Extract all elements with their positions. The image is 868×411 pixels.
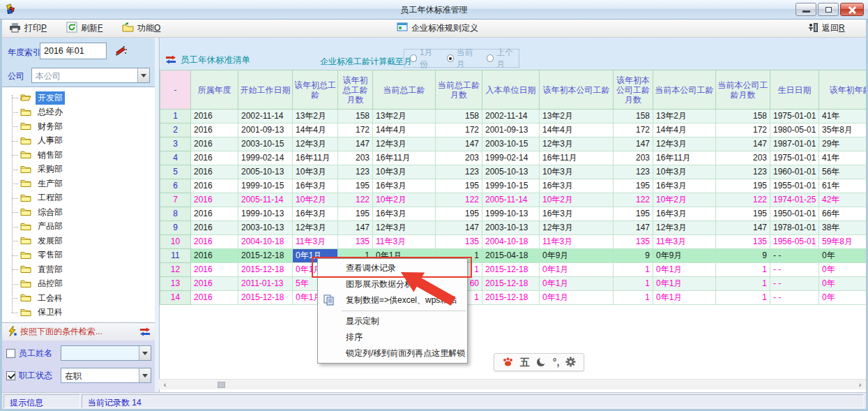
cell-该年初年龄[interactable]: 56年 xyxy=(819,165,867,179)
year-index-input[interactable] xyxy=(40,43,107,59)
cell-该年初总工龄月数[interactable]: 158 xyxy=(338,110,373,124)
filter-dropdown[interactable] xyxy=(61,345,151,361)
cell-入本单位日期[interactable]: 2015-12-18 xyxy=(482,291,540,305)
row-number-cell[interactable]: 6 xyxy=(160,179,191,193)
cell-入本单位日期[interactable]: 2015-12-18 xyxy=(482,263,540,277)
row-number-cell[interactable]: 4 xyxy=(160,151,191,165)
cell-该年初本公司工龄[interactable]: 0年1月 xyxy=(540,263,614,277)
row-number-cell[interactable]: 9 xyxy=(160,221,191,235)
cell-当前本公司工龄月数[interactable]: 172 xyxy=(716,124,770,137)
cell-当前总工龄月数[interactable]: 158 xyxy=(436,110,482,124)
cell-该年初年龄[interactable]: 42年 xyxy=(819,193,867,207)
cell-当前总工龄[interactable]: 10年2月 xyxy=(373,193,436,207)
tree-item-综合部[interactable]: 综合部 xyxy=(2,205,155,220)
cell-该年初总工龄[interactable]: 16年3月 xyxy=(293,179,338,193)
cell-当前本公司工龄[interactable]: 16年11月 xyxy=(653,151,716,165)
cell-该年初本公司工龄月数[interactable]: 172 xyxy=(614,124,653,137)
cell-入本单位日期[interactable]: 1999-10-15 xyxy=(482,179,540,193)
cell-该年初本公司工龄月数[interactable]: 195 xyxy=(614,179,653,193)
cell-该年初总工龄[interactable]: 12年3月 xyxy=(293,221,338,235)
cell-当前本公司工龄[interactable]: 10年3月 xyxy=(653,165,716,179)
column-header-该年初本公司工龄[interactable]: 该年初本公司工龄 xyxy=(540,70,614,110)
cell-该年初总工龄[interactable]: 13年2月 xyxy=(293,110,338,124)
cell-当前本公司工龄月数[interactable]: 9 xyxy=(716,249,770,263)
chevron-down-icon[interactable] xyxy=(139,346,151,360)
cell-当前总工龄[interactable]: 14年4月 xyxy=(373,124,436,137)
cell-该年初年龄[interactable]: 0年 xyxy=(819,249,867,263)
cell-生日日期[interactable]: 1978-01-01 xyxy=(770,221,819,235)
cell-当前总工龄[interactable]: 13年2月 xyxy=(373,110,436,124)
cell-该年初本公司工龄月数[interactable]: 9 xyxy=(614,249,653,263)
cell-该年初总工龄[interactable]: 16年11月 xyxy=(293,151,338,165)
cell-当前本公司工龄月数[interactable]: 1 xyxy=(716,263,770,277)
cell-入本单位日期[interactable]: 1999-02-14 xyxy=(482,151,540,165)
paw-icon[interactable] xyxy=(502,357,514,368)
cell-当前总工龄[interactable]: 11年3月 xyxy=(373,235,436,249)
cell-开始工作日期[interactable]: 2005-11-14 xyxy=(238,193,293,207)
column-header-该年初总工龄月数[interactable]: 该年初总工龄月数 xyxy=(338,70,373,110)
cell-该年初总工龄月数[interactable]: 203 xyxy=(338,151,373,165)
cell-入本单位日期[interactable]: 2005-11-14 xyxy=(482,193,540,207)
cell-入本单位日期[interactable]: 2015-04-18 xyxy=(482,249,540,263)
cell-该年初年龄[interactable]: 0年 xyxy=(819,291,867,305)
cell-当前本公司工龄[interactable]: 12年3月 xyxy=(653,221,716,235)
cell-当前总工龄月数[interactable]: 195 xyxy=(436,179,482,193)
cell-该年初年龄[interactable]: 29年 xyxy=(819,137,867,151)
cell-所属年度[interactable]: 2016 xyxy=(191,249,238,263)
swap-arrows-icon[interactable] xyxy=(139,327,151,338)
cell-所属年度[interactable]: 2016 xyxy=(191,179,238,193)
cell-当前本公司工龄[interactable]: 10年2月 xyxy=(653,193,716,207)
cell-该年初本公司工龄月数[interactable]: 158 xyxy=(614,110,653,124)
cell-当前本公司工龄[interactable]: 0年9月 xyxy=(653,249,716,263)
cell-该年初年龄[interactable]: 41年 xyxy=(819,110,867,124)
cell-所属年度[interactable]: 2016 xyxy=(191,110,238,124)
cell-该年初本公司工龄[interactable]: 0年1月 xyxy=(540,277,614,291)
column-header-开始工作日期[interactable]: 开始工作日期 xyxy=(238,70,293,110)
column-header-rownum[interactable]: - xyxy=(160,70,191,110)
cell-开始工作日期[interactable]: 2003-10-15 xyxy=(238,137,293,151)
cell-当前本公司工龄[interactable]: 16年3月 xyxy=(653,207,716,221)
cell-该年初总工龄[interactable]: 14年4月 xyxy=(293,124,338,137)
filter-dropdown[interactable]: 在职 xyxy=(61,368,151,383)
cell-生日日期[interactable]: - - xyxy=(770,263,819,277)
cell-所属年度[interactable]: 2016 xyxy=(191,124,238,137)
cell-当前本公司工龄月数[interactable]: 122 xyxy=(716,193,770,207)
cell-入本单位日期[interactable]: 2003-10-13 xyxy=(482,221,540,235)
cell-开始工作日期[interactable]: 2015-12-18 xyxy=(238,291,293,305)
row-number-cell[interactable]: 8 xyxy=(160,207,191,221)
ime-text-item[interactable]: 五 xyxy=(520,357,530,367)
scroll-left-icon[interactable]: ‹ xyxy=(160,380,169,389)
cell-开始工作日期[interactable]: 2002-11-14 xyxy=(238,110,293,124)
column-header-当前本公司工龄[interactable]: 当前本公司工龄 xyxy=(653,70,716,110)
cell-当前本公司工龄月数[interactable]: 1 xyxy=(716,291,770,305)
cell-当前总工龄月数[interactable]: 135 xyxy=(436,235,482,249)
menu-item-排序[interactable]: 排序 xyxy=(318,329,467,345)
cell-所属年度[interactable]: 2016 xyxy=(191,151,238,165)
column-header-该年初本公司工龄月数[interactable]: 该年初本公司工龄月数 xyxy=(614,70,653,110)
chevron-down-icon[interactable] xyxy=(137,68,149,82)
cell-当前总工龄月数[interactable]: 147 xyxy=(436,221,482,235)
cell-当前本公司工龄[interactable]: 12年3月 xyxy=(653,137,716,151)
cell-当前本公司工龄[interactable]: 11年3月 xyxy=(653,235,716,249)
cell-当前总工龄月数[interactable]: 147 xyxy=(436,137,482,151)
radio-option-上个月[interactable]: 上个月 xyxy=(487,47,519,70)
cell-所属年度[interactable]: 2016 xyxy=(191,137,238,151)
scrollbar-thumb[interactable] xyxy=(218,382,225,388)
tree-item-品控部[interactable]: 品控部 xyxy=(2,277,155,292)
cell-该年初本公司工龄月数[interactable]: 1 xyxy=(614,263,653,277)
radio-option-当前月[interactable]: 当前月 xyxy=(447,47,479,70)
cell-当前本公司工龄[interactable]: 16年3月 xyxy=(653,179,716,193)
cell-该年初年龄[interactable]: 41年 xyxy=(819,151,867,165)
cell-当前总工龄月数[interactable]: 123 xyxy=(436,165,482,179)
cell-当前本公司工龄月数[interactable]: 1 xyxy=(716,277,770,291)
menu-item-锁定列/移到前面列再点这里解锁[interactable]: 锁定列/移到前面列再点这里解锁 xyxy=(318,345,467,361)
tree-item-产品部[interactable]: 产品部 xyxy=(2,220,155,234)
cell-该年初本公司工龄月数[interactable]: 147 xyxy=(614,137,653,151)
cell-该年初本公司工龄[interactable]: 0年1月 xyxy=(540,291,614,305)
cell-该年初本公司工龄[interactable]: 13年2月 xyxy=(540,110,614,124)
cell-生日日期[interactable]: - - xyxy=(770,277,819,291)
cell-当前本公司工龄[interactable]: 13年2月 xyxy=(653,110,716,124)
tree-item-工程部[interactable]: 工程部 xyxy=(2,191,155,206)
row-number-cell[interactable]: 2 xyxy=(160,124,191,137)
cell-该年初本公司工龄月数[interactable]: 123 xyxy=(614,165,653,179)
